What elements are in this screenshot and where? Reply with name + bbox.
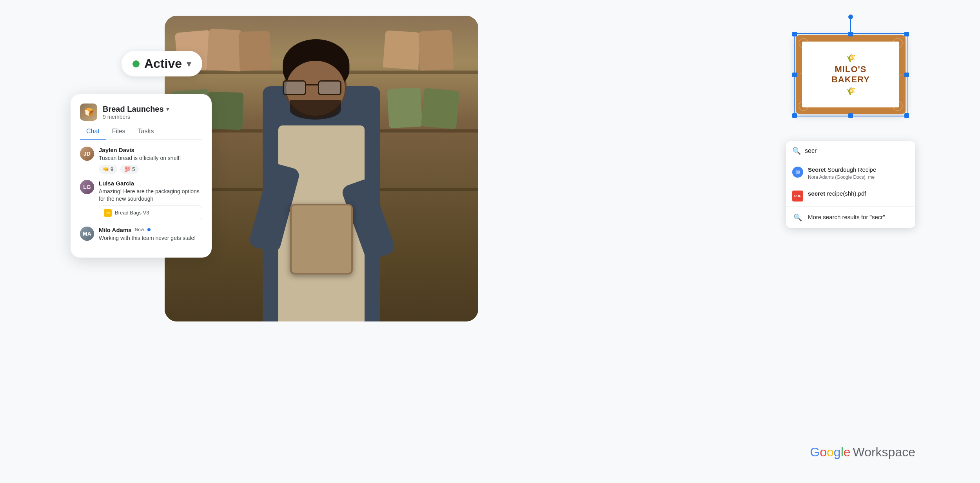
message-sender: Jaylen Davis (99, 147, 202, 153)
file-name: Bread Bags V3 (115, 210, 149, 216)
chevron-down-icon[interactable]: ▾ (166, 106, 169, 112)
active-status-pill[interactable]: Active ▾ (122, 51, 202, 76)
pdf-icon-box: PDF (792, 191, 803, 202)
google-l: l (841, 445, 844, 459)
search-input-row: 🔍 secr (786, 141, 915, 161)
google-g2: g (834, 445, 841, 459)
pdf-icon: PDF (792, 191, 803, 202)
tab-files[interactable]: Files (106, 124, 132, 140)
online-indicator (147, 228, 151, 231)
search-more-icon: 🔍 (792, 212, 803, 223)
result-content: secret recipe(shh).pdf (808, 190, 909, 198)
email-icon: ✉ (792, 167, 803, 178)
active-status-dot (132, 60, 140, 67)
search-query-text[interactable]: secr (805, 147, 909, 154)
search-result-pdf[interactable]: PDF secret recipe(shh).pdf (786, 185, 915, 207)
bread-bag-5 (418, 30, 454, 71)
person-body (255, 55, 388, 321)
bakery-name-line2: BAKERY (831, 74, 870, 85)
search-icon: 🔍 (792, 147, 801, 155)
search-panel: 🔍 secr ✉ Secret Sourdough Recipe Nora Ad… (786, 141, 915, 228)
beard (290, 100, 341, 120)
message-text: Amazing! Here are the packaging options … (99, 188, 202, 203)
bread-bag-2 (207, 29, 242, 71)
message-item: LG Luisa Garcia Amazing! Here are the pa… (80, 180, 202, 220)
google-o1: o (820, 445, 827, 459)
message-time: Now (135, 227, 144, 232)
google-e: e (844, 445, 851, 459)
chat-title-area: Bread Launches ▾ 9 members (103, 105, 202, 120)
email-icon-circle: ✉ (792, 167, 803, 178)
message-content: Jaylen Davis Tuscan bread is officially … (99, 147, 202, 174)
workspace-brand-text: Workspace (853, 445, 915, 459)
tablet (290, 204, 353, 274)
avatar: JD (80, 147, 94, 161)
wheat-bottom-icon: 🌾 (846, 86, 856, 96)
tab-chat[interactable]: Chat (80, 124, 106, 140)
google-brand-text: Google (810, 445, 850, 459)
more-results-label: More search results for "secr" (808, 214, 885, 220)
reactions: 🤜 9 💯 5 (99, 165, 202, 174)
bakery-card: ☕ 🥐 🍰 🎂 🌾 MILO'S BAKERY 🌾 (796, 35, 906, 114)
message-text: Tuscan bread is officially on shelf! (99, 154, 202, 162)
result-content: Secret Sourdough Recipe Nora Adams (Goog… (808, 166, 909, 180)
file-attachment[interactable]: ▭ Bread Bags V3 (99, 205, 202, 220)
reaction-fist[interactable]: 🤜 9 (99, 165, 117, 174)
wheat-top-icon: 🌾 (846, 53, 856, 63)
message-item: MA Milo Adams Now Working with this team… (80, 227, 202, 242)
message-item: JD Jaylen Davis Tuscan bread is official… (80, 147, 202, 174)
message-content: Luisa Garcia Amazing! Here are the packa… (99, 180, 202, 220)
more-results-row[interactable]: 🔍 More search results for "secr" (786, 207, 915, 228)
tab-tasks[interactable]: Tasks (132, 124, 160, 140)
result-title: secret recipe(shh).pdf (808, 190, 909, 198)
file-icon: ▭ (104, 209, 112, 217)
glasses (281, 80, 343, 96)
avatar: LG (80, 180, 94, 194)
green-bag-2 (207, 91, 243, 130)
bakery-inner-card: 🌾 MILO'S BAKERY 🌾 (802, 42, 899, 107)
bakery-name-line1: MILO'S (835, 64, 867, 74)
photo-background (165, 16, 478, 321)
chevron-down-icon: ▾ (187, 58, 191, 69)
chat-panel: 🍞 Bread Launches ▾ 9 members Chat Files … (71, 94, 212, 258)
chat-members-count: 9 members (103, 114, 202, 120)
active-status-label: Active (144, 56, 182, 71)
reaction-100[interactable]: 💯 5 (120, 165, 139, 174)
search-result-email[interactable]: ✉ Secret Sourdough Recipe Nora Adams (Go… (786, 161, 915, 185)
result-subtitle: Nora Adams (Google Docs), me (808, 174, 909, 180)
google-workspace-brand: Google Workspace (810, 445, 915, 459)
group-avatar: 🍞 (80, 104, 97, 121)
chat-group-name: Bread Launches ▾ (103, 105, 202, 114)
result-title: Secret Sourdough Recipe (808, 166, 909, 174)
google-o2: o (827, 445, 834, 459)
message-text: Working with this team never gets stale! (99, 234, 202, 242)
avatar: MA (80, 227, 94, 241)
bread-bag-4 (383, 30, 421, 70)
google-g: G (810, 445, 820, 459)
message-sender: Luisa Garcia (99, 180, 202, 187)
green-bag-4 (421, 88, 459, 129)
message-sender: Milo Adams Now (99, 227, 202, 233)
chat-tabs: Chat Files Tasks (80, 124, 202, 140)
message-content: Milo Adams Now Working with this team ne… (99, 227, 202, 242)
chat-header: 🍞 Bread Launches ▾ 9 members (80, 104, 202, 121)
green-bag-3 (387, 87, 422, 128)
hero-photo (165, 16, 478, 321)
